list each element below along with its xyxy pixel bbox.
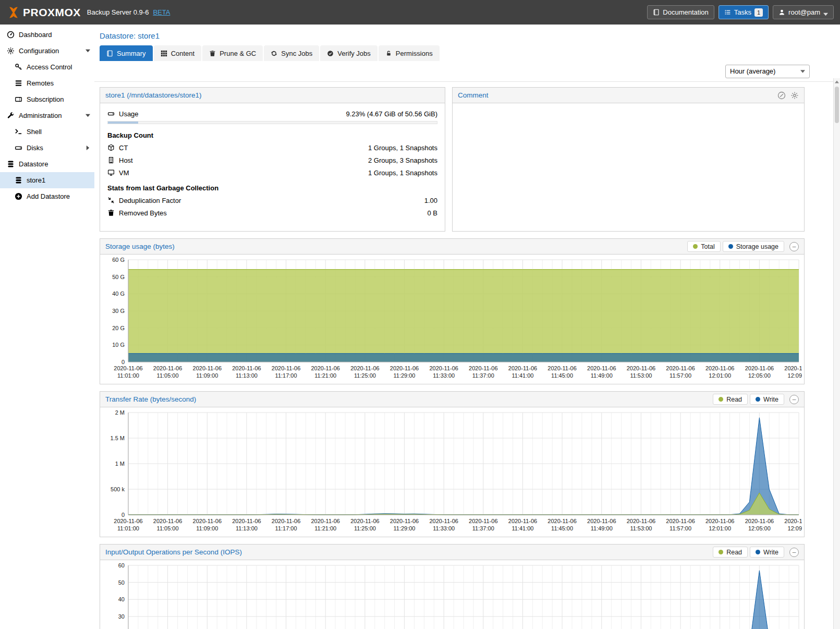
svg-text:2020-11-06: 2020-11-06 [627,365,655,371]
usage-progress-bar [107,121,437,124]
documentation-button[interactable]: Documentation [647,5,714,19]
scrollbar-thumb[interactable] [835,87,839,123]
svg-text:2020-11-06: 2020-11-06 [272,518,300,524]
sidebar-item-label: store1 [27,176,45,184]
cube-icon [107,144,115,151]
tab-summary[interactable]: Summary [100,45,153,61]
sidebar-item-configuration[interactable]: Configuration [0,43,94,59]
svg-text:11:01:00: 11:01:00 [117,525,139,531]
check-circle-icon [327,50,334,57]
tasks-button[interactable]: Tasks 1 [719,5,769,19]
legend-item-storage-usage[interactable]: Storage usage [723,241,784,252]
svg-text:40 G: 40 G [112,291,125,297]
sidebar-item-label: Remotes [27,79,54,87]
gear-icon[interactable] [790,91,799,100]
sidebar-item-label: Subscription [27,95,64,103]
collapse-caret-icon[interactable] [86,49,90,53]
legend-item-read[interactable]: Read [713,547,748,558]
svg-text:2020-11-06: 2020-11-06 [114,518,142,524]
svg-text:11:45:00: 11:45:00 [551,372,573,379]
host-label: Host [119,156,133,164]
svg-text:2020-11-06: 2020-11-06 [153,365,182,371]
sidebar-item-label: Administration [19,112,62,119]
collapse-panel-button[interactable]: – [789,242,799,251]
sidebar-item-access-control[interactable]: Access Control [0,59,94,75]
svg-text:11:53:00: 11:53:00 [630,372,652,379]
hdd-icon [107,110,115,117]
svg-text:2020-11-06: 2020-11-06 [193,518,222,524]
dashboard-icon [7,31,15,39]
user-menu-button[interactable]: root@pam [773,5,834,19]
product-version: Backup Server 0.9-6 [87,8,149,16]
gc-stats-heading: Stats from last Garbage Collection [107,179,437,194]
legend-item-read[interactable]: Read [713,394,748,405]
tab-sync-jobs[interactable]: Sync Jobs [264,45,319,61]
svg-text:11:41:00: 11:41:00 [512,525,533,531]
sidebar-item-administration[interactable]: Administration [0,107,94,124]
tab-prune-gc[interactable]: Prune & GC [202,45,263,61]
svg-text:2020-11-06: 2020-11-06 [469,518,497,524]
sidebar-item-store1[interactable]: store1 [0,172,94,188]
svg-text:2020-11-06: 2020-11-06 [390,365,419,371]
svg-text:2020-11-06: 2020-11-06 [193,365,222,371]
toolbar: Hour (average) [94,61,840,82]
svg-text:11:29:00: 11:29:00 [393,525,415,531]
vertical-scrollbar [833,78,840,629]
legend-dot [756,397,760,402]
comment-panel-header: Comment [453,88,804,103]
comment-panel-body[interactable] [453,103,804,232]
sidebar-item-subscription[interactable]: Subscription [0,91,94,107]
chart-legend: Read Write – [713,394,799,405]
svg-text:2020-11-06: 2020-11-06 [508,518,537,524]
timeframe-select[interactable]: Hour (average) [725,65,810,78]
svg-text:2020-11-06: 2020-11-06 [311,365,339,371]
legend-item-write[interactable]: Write [750,547,784,558]
tab-verify-jobs[interactable]: Verify Jobs [320,45,378,61]
store1-summary-panel: store1 (/mnt/datastores/store1) Usage 9.… [100,87,445,232]
svg-text:2020-11-06: 2020-11-06 [705,365,734,371]
svg-text:11:17:00: 11:17:00 [275,372,297,379]
svg-text:11:53:00: 11:53:00 [630,525,652,531]
svg-text:2020-11-06: 2020-11-06 [390,518,419,524]
sidebar-item-add-datastore[interactable]: Add Datastore [0,188,94,204]
scrollbar-up-arrow[interactable] [834,78,840,86]
edit-icon[interactable] [777,91,786,100]
svg-text:2020-11-06: 2020-11-06 [547,518,576,524]
svg-text:12:01:00: 12:01:00 [709,525,731,531]
ct-row: CT 1 Groups, 1 Snapshots [107,141,437,154]
legend-item-write[interactable]: Write [750,394,784,405]
tasks-count-badge: 1 [754,8,763,17]
svg-text:2020-11-06: 2020-11-06 [350,365,379,371]
svg-text:11:33:00: 11:33:00 [433,525,455,531]
removed-bytes-row: Removed Bytes 0 B [107,207,437,219]
svg-text:50 G: 50 G [112,274,125,280]
collapse-panel-button[interactable]: – [789,548,799,557]
expand-caret-icon[interactable] [86,146,90,150]
dedup-value: 1.00 [424,197,437,204]
tab-permissions[interactable]: Permissions [379,45,440,61]
sidebar-item-datastore[interactable]: Datastore [0,156,94,172]
tab-bar: Summary Content Prune & GC Sync Jobs Ver… [94,45,840,61]
sidebar-item-shell[interactable]: Shell [0,124,94,140]
sidebar: Dashboard Configuration Access Control R… [0,25,94,629]
sidebar-item-disks[interactable]: Disks [0,140,94,156]
chart-legend: Total Storage usage – [687,241,799,252]
collapse-panel-button[interactable]: – [789,395,799,404]
svg-text:11:05:00: 11:05:00 [157,525,179,531]
legend-item-total[interactable]: Total [687,241,720,252]
monitor-icon [107,169,115,176]
collapse-caret-icon[interactable] [86,113,90,118]
store1-panel-body: Usage 9.23% (4.67 GiB of 50.56 GiB) Back… [100,103,445,223]
svg-text:50: 50 [118,579,125,586]
ticket-icon [15,95,22,103]
tab-content[interactable]: Content [154,45,202,61]
database-icon [7,160,15,168]
sidebar-item-remotes[interactable]: Remotes [0,75,94,91]
sidebar-item-dashboard[interactable]: Dashboard [0,27,94,43]
removed-bytes-value: 0 B [427,209,437,217]
top-bar: PROXMOX Backup Server 0.9-6 BETA Documen… [0,0,840,25]
svg-text:0: 0 [121,512,125,518]
svg-text:20 G: 20 G [112,325,125,331]
unlock-icon [385,50,392,57]
beta-link[interactable]: BETA [153,8,170,16]
